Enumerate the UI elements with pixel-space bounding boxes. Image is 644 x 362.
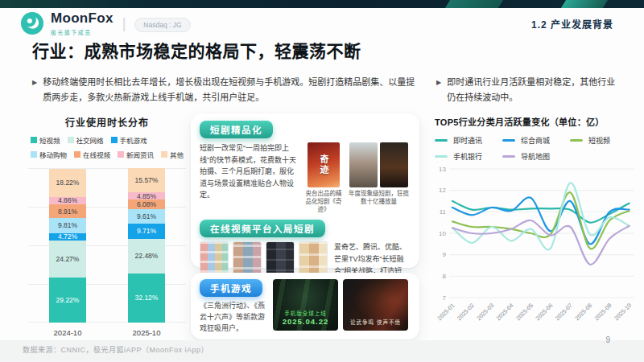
bar-segment-社交网络: 22.48% [128, 239, 165, 274]
axis-label: 2025-10 [133, 328, 161, 337]
bullet-arrow-icon: ▶ [436, 75, 441, 105]
legend-item-新闻资讯: 新闻资讯 [118, 150, 154, 159]
moonfox-logo-icon [21, 12, 43, 35]
usage-chart-title: 行业使用时长分布 [28, 115, 186, 129]
legend-label: 手机银行 [453, 151, 482, 162]
logo-divider: | [122, 15, 126, 32]
legend-swatch [111, 137, 118, 143]
bar-segment-短视频: 32.12% [128, 274, 165, 323]
drama-poster-image [380, 142, 408, 187]
legend-item-短视频: 短视频 [31, 135, 60, 145]
y-tick-label: 10 [439, 230, 446, 237]
mau-chart-plot: 789101112132025-012025-022025-032025-042… [435, 164, 639, 335]
mobile-game-text: 《三角洲行动》、《燕云十六声》等新款游戏狂吸用户。 [200, 301, 267, 335]
bar-segment-在线视频: 8.91% [49, 204, 86, 218]
legend-swatch [502, 139, 515, 142]
legend-label: 短视频 [39, 135, 60, 145]
y-tick-label: 11 [440, 208, 447, 216]
bullet-mau-trend: ▶ 即时通讯行业月活跃量相对稳定，其他行业仍在持续波动中。 [436, 75, 620, 105]
short-drama-figures: 奇迹 央台出品的精品化短剧《奇迹》 年度现象级短剧，狂揽数十亿播放量 [303, 142, 409, 214]
legend-swatch [161, 151, 167, 158]
legend-swatch [74, 151, 80, 158]
legend-label: 移动购物 [39, 150, 67, 159]
x-tick-label: 2025-08 [573, 302, 593, 322]
x-tick-label: 2025-05 [514, 302, 535, 322]
x-tick-label: 2025-07 [554, 302, 574, 322]
bar-segment-移动购物: 9.81% [49, 218, 86, 233]
header: MoonFox 极光旗下成员 | Nasdaq : JG 1.2 产业发展背景 [21, 10, 613, 36]
legend-item-手机银行: 手机银行 [435, 151, 502, 162]
bar-segment-其他: 15.57% [128, 168, 165, 192]
x-tick-label: 2025-03 [475, 302, 495, 322]
game-banner-text: 论武争鸣 侠声不绝 [343, 318, 408, 326]
legend-item-即时通讯: 即时通讯 [435, 135, 502, 146]
legend-label: 综合商城 [521, 135, 550, 146]
y-tick-label: 9 [443, 251, 447, 258]
legend-item-其他: 其他 [161, 150, 184, 159]
legend-label: 其他 [170, 150, 184, 159]
legend-swatch [502, 155, 515, 158]
block-short-drama: 短剧精品化 短剧一改常见“一周拍完即上线”的快节奏模式，花费数十天拍摄、三个月后… [200, 121, 411, 214]
bar-segment-其他: 18.22% [49, 169, 86, 197]
legend-swatch [31, 151, 37, 158]
y-tick-label: 13 [439, 166, 446, 173]
legend-swatch [31, 137, 37, 143]
legend-item-短视频: 短视频 [570, 135, 638, 146]
top-accent-shape [561, 0, 608, 8]
legend-swatch [68, 137, 74, 143]
figure-caption: 年度现象级短剧，狂揽数十亿播放量 [349, 190, 409, 206]
bar-segment-在线视频: 6.08% [128, 200, 165, 209]
bullet-text: 移动终端使用时长相比去年增长，增长极出现在短视频与手机游戏。短剧打造精品剧集、以… [43, 75, 415, 105]
bar-segment-手机游戏: 4.72% [49, 233, 86, 241]
x-tick-label: 2025-02 [456, 302, 476, 322]
game-banner-date: 2025.04.22 [273, 317, 338, 326]
short-drama-text: 短剧一改常见“一周拍完即上线”的快节奏模式，花费数十天拍摄、三个月后期打磨，服化… [200, 142, 298, 214]
page-title: 行业：成熟市场稳定的格局下，轻震荡不断 [32, 38, 361, 62]
bar-segment-新闻资讯: 4.86% [49, 197, 86, 204]
poster-title: 奇迹 [317, 154, 330, 175]
x-tick-label: 2025-04 [495, 302, 515, 322]
top-accent-shape [445, 0, 503, 8]
legend-item-移动购物: 移动购物 [31, 150, 67, 159]
logo-texts: MoonFox 极光旗下成员 [51, 10, 114, 36]
legend-item-导航地图: 导航地图 [502, 151, 570, 162]
x-tick-label: 2025-10 [613, 302, 633, 322]
drama-poster-image [349, 142, 378, 187]
logo-tagline: 极光旗下成员 [51, 28, 114, 36]
legend-swatch [570, 139, 583, 142]
mau-chart-title: TOP5行业分类月活跃量变化（单位：亿） [435, 115, 639, 128]
top-accent-bar [0, 0, 644, 8]
legend-swatch [435, 139, 448, 142]
bar-segment-社交网络: 24.27% [49, 241, 86, 278]
game-banner-text: 手机版全球上线 [273, 309, 338, 317]
bar-segment-短视频: 29.22% [49, 278, 86, 323]
bar-segment-手机游戏: 9.71% [128, 224, 165, 239]
legend-swatch [435, 155, 448, 158]
nasdaq-badge: Nasdaq : JG [134, 18, 190, 32]
logo-wordmark: MoonFox [51, 10, 114, 27]
bar-2025-10: 15.57%4.85%6.08%9.61%9.71%22.48%32.12% [128, 168, 165, 323]
bar-segment-移动购物: 9.61% [128, 209, 165, 224]
bullet-list: ▶ 移动终端使用时长相比去年增长，增长极出现在短视频与手机游戏。短剧打造精品剧集… [32, 75, 624, 105]
usage-chart-legend: 短视频社交网络手机游戏移动购物在线视频新闻资讯其他 [28, 135, 186, 159]
game-banners: 手机版全球上线 2025.04.22 论武争鸣 侠声不绝 [273, 279, 408, 335]
legend-item-社交网络: 社交网络 [68, 135, 104, 145]
x-tick-label: 2025-09 [593, 302, 613, 322]
legend-label: 新闻资讯 [126, 150, 154, 159]
card-short-drama-video: 短剧精品化 短剧一改常见“一周拍完即上线”的快节奏模式，花费数十天拍摄、三个月后… [191, 113, 419, 268]
legend-label: 手机游戏 [120, 135, 147, 145]
legend-item-在线视频: 在线视频 [74, 150, 110, 159]
mau-trend-chart: TOP5行业分类月活跃量变化（单位：亿） 即时通讯综合商城短视频手机银行导航地图… [435, 115, 639, 335]
x-tick-label: 2025-01 [436, 302, 456, 322]
mau-chart-legend: 即时通讯综合商城短视频手机银行导航地图 [435, 135, 639, 162]
legend-swatch [118, 151, 124, 158]
figure-hit-dramas: 年度现象级短剧，狂揽数十亿播放量 [349, 142, 409, 206]
legend-label: 在线视频 [83, 150, 110, 159]
legend-label: 导航地图 [521, 151, 550, 162]
axis-label: 2024-10 [54, 328, 82, 337]
game-banner-delta-force: 手机版全球上线 2025.04.22 [273, 279, 338, 331]
x-tick-label: 2025-06 [534, 302, 554, 322]
y-tick-label: 8 [443, 273, 447, 280]
y-tick-label: 7 [443, 294, 447, 302]
pill-short-drama: 短剧精品化 [200, 121, 273, 138]
